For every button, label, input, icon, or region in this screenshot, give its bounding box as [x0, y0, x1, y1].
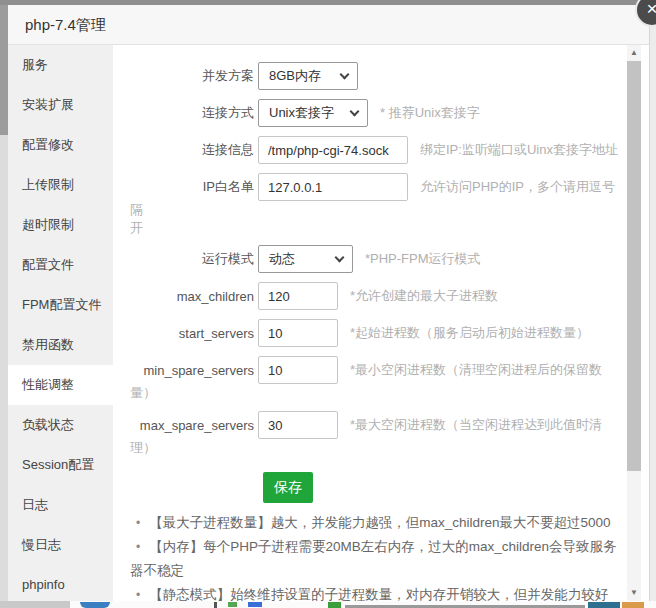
- ip-whitelist-label: IP白名单: [130, 178, 254, 196]
- bullet-marker: •: [130, 588, 149, 601]
- chevron-down-icon: [340, 69, 350, 79]
- concurrency-label: 并发方案: [130, 67, 254, 85]
- background-fragment: [328, 602, 341, 608]
- min-spare-servers-input[interactable]: [258, 356, 338, 384]
- max-children-label: max_children: [130, 289, 254, 304]
- run-mode-select-value: 动态: [269, 250, 295, 268]
- sidebar-item-slow-log[interactable]: 慢日志: [8, 525, 113, 565]
- run-mode-label: 运行模式: [130, 250, 254, 268]
- connection-type-label: 连接方式: [130, 104, 254, 122]
- form-row-ip-whitelist: IP白名单 允许访问PHP的IP，多个请用逗号隔 开: [130, 173, 627, 236]
- bullet-marker: •: [130, 540, 149, 554]
- connection-info-input[interactable]: [258, 136, 408, 164]
- sidebar-item-upload-limit[interactable]: 上传限制: [8, 165, 113, 205]
- dialog-titlebar: php-7.4管理: [8, 5, 649, 45]
- ip-whitelist-hint-wrap: 开: [130, 219, 627, 236]
- content-scrollbar[interactable]: ▲ ▼: [627, 45, 641, 601]
- background-fragment: [228, 602, 237, 607]
- backdrop-left: [0, 5, 8, 135]
- sidebar-item-performance-tuning[interactable]: 性能调整: [8, 365, 113, 405]
- background-fragment: [248, 602, 262, 607]
- background-fragment: [214, 602, 217, 608]
- sidebar-item-install-extensions[interactable]: 安装扩展: [8, 85, 113, 125]
- note-text: 【内存】每个PHP子进程需要20MB左右内存，过大的max_children会导…: [130, 539, 617, 578]
- note-max-children: •【最大子进程数量】越大，并发能力越强，但max_children最大不要超过5…: [130, 511, 619, 535]
- form-row-min-spare-servers: min_spare_servers *最小空闲进程数（清理空闲进程后的保留数量）: [130, 356, 627, 402]
- sidebar-item-log[interactable]: 日志: [8, 485, 113, 525]
- form-row-max-spare-servers: max_spare_servers *最大空闲进程数（当空闲进程达到此值时清理）: [130, 411, 627, 457]
- sidebar-menu: 服务 安装扩展 配置修改 上传限制 超时限制 配置文件 FPM配置文件 禁用函数…: [8, 45, 113, 601]
- background-fragment: [0, 601, 70, 608]
- note-text: 【最大子进程数量】越大，并发能力越强，但max_children最大不要超过50…: [149, 515, 610, 530]
- run-mode-select[interactable]: 动态: [258, 245, 353, 273]
- connection-info-hint: 绑定IP:监听端口或Uinx套接字地址: [420, 142, 618, 157]
- start-servers-label: start_servers: [130, 326, 254, 341]
- bullet-marker: •: [130, 516, 149, 530]
- sidebar-item-phpinfo[interactable]: phpinfo: [8, 565, 113, 601]
- start-servers-input[interactable]: [258, 319, 338, 347]
- background-fragment: [588, 602, 620, 608]
- connection-type-select-value: Unix套接字: [269, 104, 334, 122]
- php-manager-dialog: php-7.4管理 服务 安装扩展 配置修改 上传限制 超时限制 配置文件 FP…: [8, 5, 650, 601]
- form-row-max-children: max_children *允许创建的最大子进程数: [130, 282, 627, 310]
- connection-type-select[interactable]: Unix套接字: [258, 99, 368, 127]
- sidebar-item-fpm-config-file[interactable]: FPM配置文件: [8, 285, 113, 325]
- connection-type-hint: * 推荐Unix套接字: [380, 105, 480, 120]
- scrollbar-thumb[interactable]: [627, 61, 641, 471]
- form-row-connection-info: 连接信息 绑定IP:监听端口或Uinx套接字地址: [130, 136, 627, 164]
- save-button[interactable]: 保存: [263, 472, 313, 503]
- max-spare-servers-label: max_spare_servers: [130, 418, 254, 433]
- concurrency-select[interactable]: 8GB内存: [258, 62, 358, 90]
- background-fragment: [80, 602, 110, 608]
- max-children-hint: *允许创建的最大子进程数: [350, 288, 498, 303]
- scroll-up-icon[interactable]: ▲: [627, 45, 641, 61]
- min-spare-servers-label: min_spare_servers: [130, 363, 254, 378]
- form-row-concurrency: 并发方案 8GB内存: [130, 62, 627, 90]
- sidebar-item-timeout-limit[interactable]: 超时限制: [8, 205, 113, 245]
- sidebar-item-config-edit[interactable]: 配置修改: [8, 125, 113, 165]
- chevron-down-icon: [335, 252, 345, 262]
- performance-tuning-panel: 并发方案 8GB内存 连接方式 Unix套接字 * 推荐Unix套接字 连接信息…: [113, 45, 627, 601]
- sidebar-item-service[interactable]: 服务: [8, 45, 113, 85]
- backdrop-left-lower: [0, 135, 8, 601]
- sidebar-item-session-config[interactable]: Session配置: [8, 445, 113, 485]
- note-memory: •【内存】每个PHP子进程需要20MB左右内存，过大的max_children会…: [130, 535, 619, 583]
- scroll-down-icon[interactable]: ▼: [627, 585, 641, 601]
- background-fragment: [622, 602, 644, 608]
- run-mode-hint: *PHP-FPM运行模式: [365, 251, 481, 266]
- chevron-down-icon: [350, 106, 360, 116]
- sidebar-item-disabled-functions[interactable]: 禁用函数: [8, 325, 113, 365]
- note-text: 【静态模式】始终维持设置的子进程数量，对内存开销较大，但并发能力较好: [149, 587, 608, 601]
- sidebar-item-load-status[interactable]: 负载状态: [8, 405, 113, 445]
- concurrency-select-value: 8GB内存: [269, 67, 321, 85]
- notes-list: •【最大子进程数量】越大，并发能力越强，但max_children最大不要超过5…: [130, 511, 627, 601]
- backdrop-right: [650, 5, 656, 601]
- note-static-mode: •【静态模式】始终维持设置的子进程数量，对内存开销较大，但并发能力较好: [130, 583, 619, 601]
- start-servers-hint: *起始进程数（服务启动后初始进程数量）: [350, 325, 589, 340]
- backdrop-bottom: [0, 601, 656, 608]
- max-spare-servers-input[interactable]: [258, 411, 338, 439]
- sidebar-item-config-file[interactable]: 配置文件: [8, 245, 113, 285]
- form-row-run-mode: 运行模式 动态 *PHP-FPM运行模式: [130, 245, 627, 273]
- connection-info-label: 连接信息: [130, 141, 254, 159]
- max-children-input[interactable]: [258, 282, 338, 310]
- dialog-title: php-7.4管理: [8, 5, 649, 44]
- ip-whitelist-input[interactable]: [258, 173, 408, 201]
- form-row-connection-type: 连接方式 Unix套接字 * 推荐Unix套接字: [130, 99, 627, 127]
- form-row-start-servers: start_servers *起始进程数（服务启动后初始进程数量）: [130, 319, 627, 347]
